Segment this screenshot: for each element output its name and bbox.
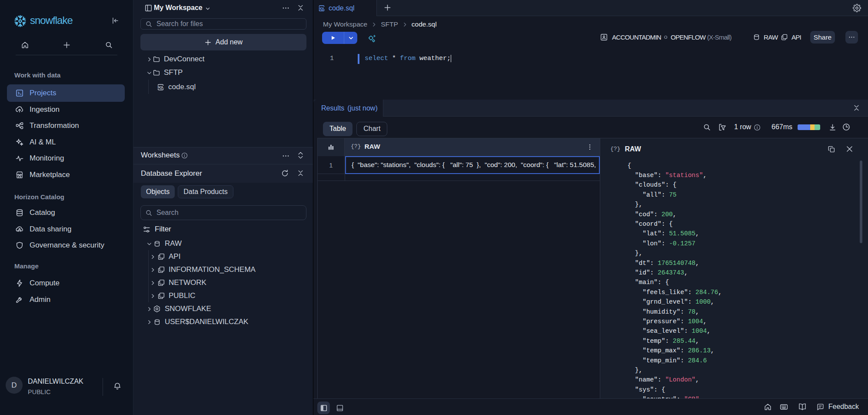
svg-text:SQL: SQL — [319, 7, 325, 10]
svg-text:SQL: SQL — [157, 85, 164, 89]
